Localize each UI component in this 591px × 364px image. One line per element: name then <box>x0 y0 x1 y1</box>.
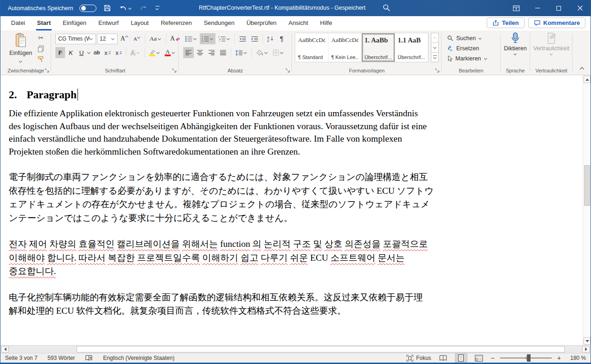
web-layout-button[interactable] <box>473 353 485 363</box>
undo-button[interactable] <box>118 4 133 12</box>
focus-mode-button[interactable]: Fokus <box>406 355 431 362</box>
save-button[interactable] <box>102 3 112 13</box>
scroll-right-button[interactable] <box>582 346 590 352</box>
language-indicator[interactable]: Englisch (Vereinigte Staaten) <box>103 355 174 361</box>
style-kein-leerraum[interactable]: AaBbCcDd ¶ Kein Lee... <box>328 33 362 62</box>
numbering-button[interactable]: 123 <box>200 33 215 44</box>
strikethrough-button[interactable]: ab <box>92 47 101 58</box>
tab-sendungen[interactable]: Sendungen <box>198 16 241 30</box>
replace-button[interactable]: bc Ersetzen <box>442 43 501 54</box>
document-canvas[interactable]: 2. Paragraph Die effiziente Applikation … <box>0 75 583 345</box>
horizontal-scrollbar[interactable] <box>0 345 591 353</box>
align-center-button[interactable] <box>195 47 205 58</box>
subscript-button[interactable]: x2 <box>102 47 113 58</box>
zoom-in-button[interactable]: + <box>557 354 561 362</box>
font-name-combo[interactable]: CG Times (W <box>55 34 96 44</box>
maximize-button[interactable] <box>548 0 569 16</box>
customize-quick-access-button[interactable] <box>155 5 161 11</box>
find-button[interactable]: Suchen <box>442 33 501 43</box>
autosave-label: Automatisches Speichern <box>8 5 73 12</box>
search-button[interactable] <box>382 4 391 13</box>
style-ueberschrift-1[interactable]: 1. AaBb Überschrif... <box>362 33 395 62</box>
change-case-button[interactable]: Aa <box>148 33 163 44</box>
bold-button[interactable]: F <box>55 47 65 58</box>
increase-indent-button[interactable] <box>249 33 260 44</box>
sort-button[interactable]: AZ <box>265 33 276 44</box>
tab-ueberpruefen[interactable]: Überprüfen <box>240 16 282 30</box>
zoom-out-button[interactable]: − <box>491 354 495 362</box>
tab-entwurf[interactable]: Entwurf <box>92 16 125 30</box>
vertical-scroll-thumb[interactable] <box>584 165 590 206</box>
multilevel-list-button[interactable]: 1ai <box>216 33 232 44</box>
underline-button[interactable]: U <box>77 47 86 58</box>
ribbon-display-options-button[interactable] <box>506 0 527 16</box>
proofing-status[interactable] <box>85 355 93 361</box>
style-ueberschrift-2[interactable]: 1.1 AaB Überschrif... <box>395 33 428 62</box>
zoom-level[interactable]: 180 % <box>567 355 586 361</box>
italic-button[interactable]: K <box>66 47 76 58</box>
borders-button[interactable] <box>271 47 286 58</box>
paragraph-japanese[interactable]: 電子制御式の車両ファンクションを効率的に適合するためには、対象ファンクションの論… <box>9 170 536 225</box>
share-button[interactable]: Teilen <box>487 18 525 28</box>
paragraph-chinese[interactable]: 电子化控制车辆功能的有效标定需要全面了解函数的逻辑结构和相互依赖关系。这反过来又… <box>9 291 536 318</box>
sensitivity-button[interactable]: Vertraulichkeit <box>530 32 573 55</box>
comments-button[interactable]: Kommentare <box>528 18 585 28</box>
read-mode-button[interactable] <box>437 353 449 363</box>
superscript-button[interactable]: x2 <box>113 47 124 58</box>
gallery-scroll-down-button[interactable] <box>431 42 439 53</box>
justify-button[interactable] <box>218 47 228 58</box>
scroll-up-button[interactable] <box>584 76 591 83</box>
tab-hilfe[interactable]: Hilfe <box>314 16 338 30</box>
minimize-button[interactable] <box>527 0 548 16</box>
show-paragraph-marks-button[interactable]: ¶ <box>277 33 287 44</box>
share-label: Teilen <box>502 19 519 26</box>
style-standard[interactable]: AaBbCcDd ¶ Standard <box>295 33 328 62</box>
heading[interactable]: 2. Paragraph <box>9 89 583 101</box>
align-left-icon <box>185 50 192 55</box>
bullets-button[interactable] <box>183 33 199 44</box>
gallery-scroll-up-button[interactable] <box>431 33 439 43</box>
print-layout-button[interactable] <box>455 353 467 363</box>
cut-button[interactable]: ✂ <box>36 34 46 42</box>
collapse-ribbon-button[interactable] <box>579 64 585 72</box>
paragraph-german[interactable]: Die effiziente Applikation elektronisch … <box>9 107 536 158</box>
chevron-down-icon[interactable] <box>87 51 91 54</box>
select-button[interactable]: Markieren <box>442 54 501 64</box>
decrease-indent-button[interactable] <box>237 33 248 44</box>
word-count[interactable]: 593 Wörter <box>48 355 75 361</box>
tab-einfuegen[interactable]: Einfügen <box>57 16 92 30</box>
format-painter-button[interactable] <box>36 55 46 63</box>
tab-referenzen[interactable]: Referenzen <box>155 16 197 30</box>
align-left-button[interactable] <box>183 47 194 58</box>
grow-font-button[interactable]: A <box>119 33 131 44</box>
tab-start[interactable]: Start <box>31 16 57 30</box>
close-button[interactable] <box>569 0 591 16</box>
font-size-combo[interactable]: 12 <box>97 34 118 44</box>
highlight-color-button[interactable] <box>147 47 162 58</box>
copy-button[interactable] <box>36 44 46 53</box>
tab-layout[interactable]: Layout <box>125 16 155 30</box>
gallery-more-button[interactable] <box>431 52 439 62</box>
horizontal-scroll-thumb[interactable] <box>77 346 565 352</box>
tab-datei[interactable]: Datei <box>5 16 31 30</box>
autosave-toggle[interactable] <box>79 5 96 12</box>
dictate-button[interactable]: Diktieren <box>501 32 530 55</box>
line-spacing-button[interactable] <box>233 47 249 58</box>
group-label-editing: Bearbeiten <box>442 68 501 73</box>
text-effects-button[interactable]: A <box>129 47 142 58</box>
shrink-font-button[interactable]: A <box>131 33 143 44</box>
scroll-down-button[interactable] <box>584 337 591 345</box>
align-right-button[interactable] <box>206 47 217 58</box>
tab-ansicht[interactable]: Ansicht <box>282 16 314 30</box>
redo-button[interactable] <box>139 4 149 12</box>
group-label-voice: Sprache <box>501 68 530 73</box>
paste-button[interactable]: Einfügen <box>8 33 34 65</box>
scroll-left-button[interactable] <box>1 346 9 352</box>
zoom-slider-thumb[interactable] <box>527 354 531 362</box>
page-indicator[interactable]: Seite 3 von 7 <box>5 355 37 361</box>
font-color-button[interactable]: A <box>163 47 177 58</box>
vertical-scrollbar[interactable] <box>583 75 591 345</box>
shading-button[interactable] <box>254 47 270 58</box>
paragraph-korean[interactable]: 전자 제어 차량의 효율적인 캘리브레이션을 위해서는 function 의 논… <box>9 237 536 278</box>
zoom-slider[interactable] <box>500 358 552 358</box>
